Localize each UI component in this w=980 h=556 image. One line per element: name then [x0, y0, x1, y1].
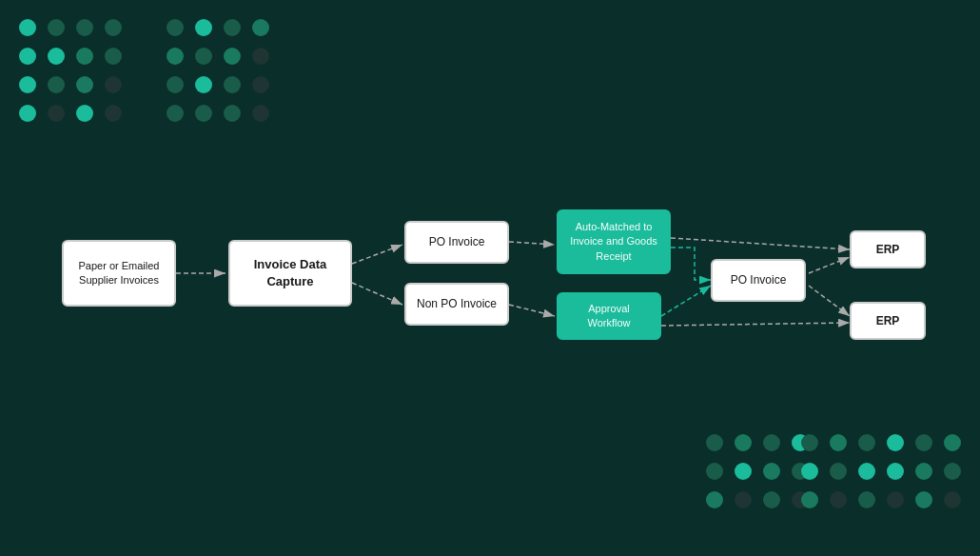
auto-matched-box: Auto-Matched to Invoice and Goods Receip… [557, 209, 671, 274]
decoration-dot [195, 105, 212, 122]
decoration-dot [252, 105, 269, 122]
svg-line-7 [671, 238, 850, 249]
decoration-dot [915, 463, 932, 480]
decoration-dot [887, 491, 904, 508]
svg-line-10 [809, 257, 850, 273]
decoration-dot [105, 19, 122, 36]
decoration-dot [858, 434, 875, 451]
decoration-dot [76, 105, 93, 122]
decoration-dot [735, 491, 752, 508]
paper-invoices-box: Paper or Emailed Supplier Invoices [62, 240, 176, 307]
decoration-dot [76, 76, 93, 93]
erp-bottom-box: ERP [850, 302, 926, 340]
decoration-dot [105, 105, 122, 122]
non-po-invoice-box: Non PO Invoice [404, 283, 509, 326]
decoration-dot [105, 76, 122, 93]
decoration-dot [763, 434, 780, 451]
decoration-dot [76, 19, 93, 36]
decoration-dot [763, 463, 780, 480]
decoration-dot [167, 48, 184, 65]
decoration-dot [48, 76, 65, 93]
approval-workflow-box: Approval Workflow [557, 292, 661, 340]
decoration-dot [195, 76, 212, 93]
flowchart: Paper or Emailed Supplier Invoices Invoi… [33, 126, 947, 430]
svg-line-5 [509, 242, 555, 245]
decoration-dot [887, 434, 904, 451]
decoration-dot [735, 463, 752, 480]
po-invoice-result-box: PO Invoice [711, 259, 806, 302]
decoration-dot [48, 19, 65, 36]
svg-line-3 [352, 245, 402, 264]
decoration-dot [735, 434, 752, 451]
decoration-dot [944, 463, 961, 480]
decoration-dot [858, 491, 875, 508]
decoration-dot [706, 434, 723, 451]
decoration-dot [19, 105, 36, 122]
svg-line-11 [809, 286, 850, 316]
decoration-dot [105, 48, 122, 65]
decoration-dot [195, 48, 212, 65]
svg-line-8 [661, 286, 711, 316]
decoration-dot [801, 463, 818, 480]
svg-line-9 [661, 323, 850, 326]
decoration-dot [48, 105, 65, 122]
decoration-dot [252, 48, 269, 65]
decoration-dot [858, 463, 875, 480]
decoration-dot [167, 76, 184, 93]
decoration-dot [48, 48, 65, 65]
decoration-dot [801, 491, 818, 508]
decoration-dot [915, 434, 932, 451]
svg-line-4 [352, 283, 402, 305]
decoration-dot [19, 19, 36, 36]
decoration-dot [19, 76, 36, 93]
decoration-dot [224, 48, 241, 65]
erp-top-box: ERP [850, 230, 926, 268]
decoration-dot [763, 491, 780, 508]
decoration-dot [915, 491, 932, 508]
decoration-dot [706, 463, 723, 480]
decoration-dot [706, 491, 723, 508]
decoration-dot [167, 19, 184, 36]
decoration-dots-top-left [19, 19, 122, 122]
decoration-dot [252, 19, 269, 36]
decoration-dot [944, 491, 961, 508]
po-invoice-box: PO Invoice [404, 221, 509, 264]
decoration-dot [830, 434, 847, 451]
decoration-dot [887, 463, 904, 480]
decoration-dots-bottom-right-left [706, 434, 809, 508]
decoration-dot [76, 48, 93, 65]
decoration-dots-bottom-right [801, 434, 961, 508]
decoration-dot [195, 19, 212, 36]
decoration-dot [224, 105, 241, 122]
decoration-dot [224, 76, 241, 93]
decoration-dot [224, 19, 241, 36]
decoration-dot [830, 463, 847, 480]
decoration-dot [19, 48, 36, 65]
decoration-dot [801, 434, 818, 451]
decoration-dot [944, 434, 961, 451]
invoice-data-capture-box: Invoice Data Capture [228, 240, 352, 307]
decoration-dot [830, 491, 847, 508]
decoration-dot [252, 76, 269, 93]
svg-line-6 [509, 305, 555, 316]
decoration-dots-top-center-left [167, 19, 269, 122]
decoration-dot [167, 105, 184, 122]
